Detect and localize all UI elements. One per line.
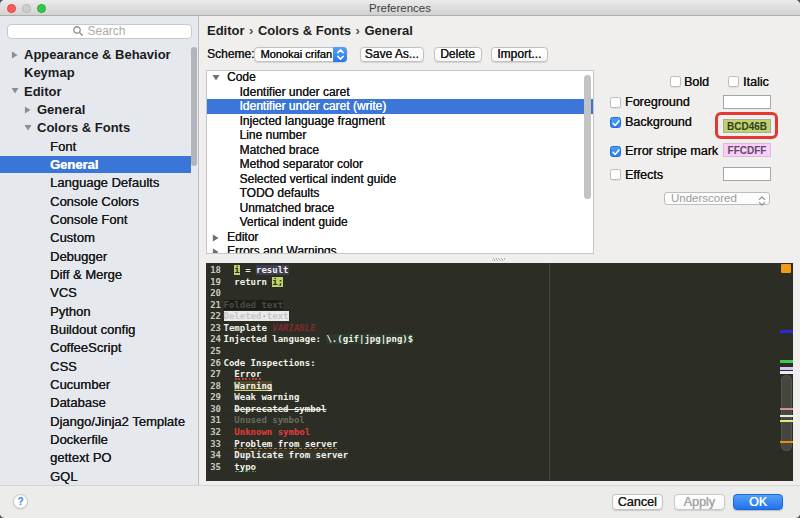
attribute-row[interactable]: Injected language fragment [207, 114, 593, 129]
sidebar-item-label: Editor [24, 83, 62, 100]
chevron-down-icon[interactable] [212, 74, 220, 81]
foreground-checkbox[interactable] [610, 97, 621, 108]
error-stripe-mark [780, 415, 793, 417]
sidebar-item[interactable]: Database [0, 394, 191, 411]
breadcrumb-segment[interactable]: Editor [207, 23, 245, 38]
effects-swatch[interactable] [723, 167, 771, 181]
attribute-row[interactable]: TODO defaults [207, 186, 593, 201]
sidebar-item[interactable]: General [0, 156, 191, 173]
sidebar-item[interactable]: Diff & Merge [0, 266, 191, 283]
sidebar-item[interactable]: Python [0, 303, 191, 320]
line-number: 32 [206, 427, 221, 439]
sidebar-item-label: Keymap [24, 64, 75, 81]
italic-checkbox[interactable] [728, 76, 739, 87]
attribute-row[interactable]: Code [207, 70, 593, 85]
background-checkbox[interactable] [610, 117, 621, 128]
settings-sidebar: Search Appearance & BehaviorKeymapEditor… [0, 16, 199, 485]
chevron-right-icon[interactable] [212, 248, 219, 253]
chevron-right-icon[interactable] [24, 106, 31, 114]
attribute-row[interactable]: Identifier under caret [207, 85, 593, 100]
bold-checkbox[interactable] [670, 76, 681, 87]
attribute-row[interactable]: Vertical indent guide [207, 215, 593, 230]
effects-label: Effects [625, 168, 663, 182]
preview-line: 31··Unused symbol [206, 415, 305, 427]
sidebar-item[interactable]: General [0, 101, 191, 118]
sidebar-item-label: Python [50, 303, 90, 320]
scheme-select[interactable]: Monokai crifan [254, 47, 348, 62]
effects-checkbox[interactable] [610, 169, 621, 180]
sidebar-item-label: GQL [50, 468, 77, 485]
attribute-row[interactable]: Matched brace [207, 143, 593, 158]
sidebar-item[interactable]: Font [0, 138, 191, 155]
cancel-button[interactable]: Cancel [612, 494, 664, 510]
preview-line: 19··return i; [206, 277, 283, 289]
attribute-row[interactable]: Editor [207, 230, 593, 245]
sidebar-item[interactable]: VCS [0, 284, 191, 301]
attribute-list-scrollbar-thumb[interactable] [584, 75, 591, 199]
attribute-row[interactable]: Method separator color [207, 157, 593, 172]
search-input[interactable]: Search [7, 24, 192, 39]
attribute-row[interactable]: Errors and Warnings [207, 244, 593, 253]
sidebar-item[interactable]: Appearance & Behavior [0, 46, 191, 63]
code-segment-ws: ·· [224, 415, 235, 425]
breadcrumb-segment[interactable]: General [364, 23, 412, 38]
sidebar-item[interactable]: CoffeeScript [0, 339, 191, 356]
preview-line: 25 [206, 346, 224, 358]
sidebar-item[interactable]: Console Font [0, 211, 191, 228]
apply-button[interactable]: Apply [674, 494, 726, 510]
sidebar-item[interactable]: Django/Jinja2 Template [0, 413, 191, 430]
sidebar-item[interactable]: Cucumber [0, 376, 191, 393]
import-button[interactable]: Import... [491, 47, 548, 62]
code-segment-plain: Code Inspections: [224, 358, 316, 368]
sidebar-scrollbar-thumb[interactable] [191, 47, 198, 166]
code-segment-ws: ·· [224, 369, 235, 379]
sidebar-item[interactable]: GQL [0, 468, 191, 485]
line-number: 31 [206, 415, 221, 427]
attribute-label: Code [227, 70, 256, 85]
chevron-right-icon[interactable] [11, 51, 18, 59]
editor-scrollbar-thumb[interactable] [781, 375, 792, 451]
sidebar-item[interactable]: Debugger [0, 248, 191, 265]
sidebar-item-label: General [37, 101, 85, 118]
sidebar-item[interactable]: Custom [0, 229, 191, 246]
splitter-grip[interactable] [492, 258, 505, 262]
attribute-label: Vertical indent guide [240, 215, 348, 230]
line-number: 34 [206, 450, 221, 462]
delete-button[interactable]: Delete [434, 47, 482, 62]
ok-button[interactable]: OK [733, 494, 783, 510]
sidebar-item[interactable]: CSS [0, 358, 191, 375]
preview-line: 23Template VARIABLE [206, 323, 316, 335]
sidebar-item[interactable]: Dockerfile [0, 431, 191, 448]
attribute-label: Identifier under caret [240, 85, 350, 100]
line-number: 22 [206, 311, 221, 323]
sidebar-item[interactable]: Language Defaults [0, 174, 191, 191]
chevron-right-icon[interactable] [212, 234, 219, 242]
error-stripe-mark [780, 367, 793, 370]
error-stripe-mark-swatch[interactable]: FFCDFF [723, 143, 771, 157]
sidebar-item[interactable]: Keymap [0, 64, 191, 81]
sidebar-item[interactable]: Editor [0, 83, 191, 100]
line-number: 25 [206, 346, 221, 358]
sidebar-item[interactable]: Colors & Fonts [0, 119, 191, 136]
code-segment-del: text [267, 311, 289, 321]
code-segment-ws: ·· [224, 392, 235, 402]
chevron-down-icon[interactable] [11, 87, 19, 94]
attribute-row[interactable]: Identifier under caret (write) [207, 99, 593, 114]
sidebar-item[interactable]: Buildout config [0, 321, 191, 338]
effect-style-select[interactable]: Underscored [664, 192, 770, 205]
sidebar-item-label: CoffeeScript [50, 339, 121, 356]
attribute-row[interactable]: Selected vertical indent guide [207, 172, 593, 187]
help-button[interactable]: ? [13, 494, 28, 509]
foreground-swatch[interactable] [723, 95, 771, 109]
attribute-row[interactable]: Unmatched brace [207, 201, 593, 216]
save-as-button[interactable]: Save As... [360, 47, 425, 62]
sidebar-item[interactable]: Console Colors [0, 193, 191, 210]
preview-line: 29··Weak warning [206, 392, 299, 404]
sidebar-item[interactable]: gettext PO [0, 449, 191, 466]
attribute-row[interactable]: Line number [207, 128, 593, 143]
code-segment-cw: i; [272, 277, 283, 287]
breadcrumb-segment[interactable]: Colors & Fonts [258, 23, 351, 38]
error-stripe-mark-checkbox[interactable] [610, 146, 621, 157]
chevron-down-icon[interactable] [24, 124, 32, 131]
code-segment-plain: = [240, 265, 256, 275]
